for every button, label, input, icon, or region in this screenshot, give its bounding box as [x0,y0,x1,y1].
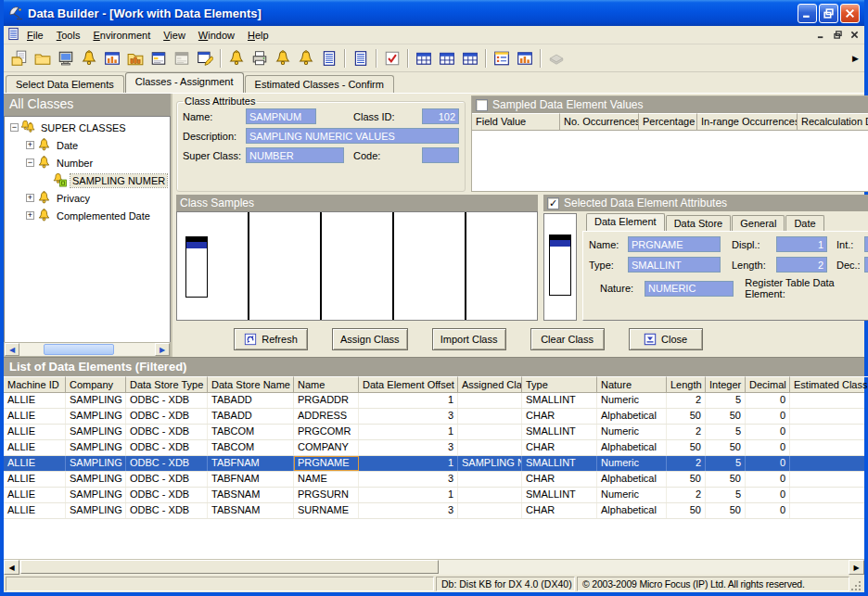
scroll-right-icon[interactable]: ▶ [849,560,864,575]
super-class-field[interactable]: NUMBER [246,147,344,163]
output-document-icon[interactable] [7,46,31,70]
tree-item[interactable]: −Number [5,154,170,171]
sampling-folder-icon[interactable] [123,46,147,70]
collapse-icon[interactable]: − [26,159,34,167]
collapse-icon[interactable]: − [10,123,19,132]
table-row[interactable]: ALLIESAMPLINGODBC - XDBTABSNAMPRGSURN1SM… [4,488,864,503]
table-row[interactable]: ALLIESAMPLINGODBC - XDBTABFNAMPRGNAME1SA… [4,456,864,472]
dec-field[interactable]: 0 [864,257,868,273]
tree-item[interactable]: +Date [5,136,170,154]
nature-field[interactable]: NUMERIC [645,281,734,297]
class-bell-icon[interactable] [77,46,100,70]
column-header-assigned-class[interactable]: Assigned Class [458,376,522,392]
class-links-icon[interactable] [271,46,294,70]
mdi-document-icon[interactable] [6,27,20,43]
scroll-right-icon[interactable]: ▶ [155,343,170,356]
expand-icon[interactable]: + [26,211,34,220]
displ-field[interactable]: 1 [776,236,827,252]
attr-tab-date[interactable]: Date [785,215,823,231]
menu-tools[interactable]: Tools [50,28,87,43]
minimize-button[interactable] [798,4,817,23]
print-class-icon[interactable] [248,46,271,70]
list-report-icon[interactable] [317,46,340,70]
int-field[interactable]: 5 [864,236,868,252]
class-restore-icon[interactable] [224,46,248,70]
grid-horizontal-scrollbar[interactable]: ◀ ▶ [4,559,864,575]
selected-attributes-checkbox[interactable]: ✓ [547,197,559,209]
restore-button[interactable] [819,4,838,23]
close-panel-button[interactable]: Close [629,328,703,350]
tab-select-data-elements[interactable]: Select Data Elements [6,75,124,93]
close-button[interactable] [840,4,860,23]
tree-horizontal-scrollbar[interactable]: ◀ ▶ [4,342,171,357]
class-sample-cell[interactable] [322,212,394,320]
scroll-thumb[interactable] [20,560,439,574]
toolbar-overflow-icon[interactable]: ▶ [852,54,861,63]
de-name-field[interactable]: PRGNAME [628,236,721,252]
class-tools-icon[interactable] [294,46,317,70]
class-name-field[interactable]: SAMPNUM [246,108,316,124]
tree-item[interactable]: SAMPLING NUMER [5,171,170,189]
open-folder-icon[interactable] [31,46,54,70]
resize-grip[interactable] [851,577,862,591]
attr-tab-general[interactable]: General [732,215,785,231]
menu-view[interactable]: View [157,28,192,43]
tree-item[interactable]: +Complemented Date [5,207,170,224]
column-header-integer[interactable]: Integer [706,376,746,392]
edit-window-icon[interactable] [193,46,216,70]
scroll-left-icon[interactable]: ◀ [5,343,19,356]
scroll-thumb[interactable] [44,344,114,355]
column-header[interactable]: In-range Occurrences [697,113,798,130]
column-header[interactable]: Recalculation Date [798,113,868,130]
sampled-values-checkbox[interactable] [476,99,488,111]
table-view-1-icon[interactable] [412,46,435,70]
table-row[interactable]: ALLIESAMPLINGODBC - XDBTABFNAMNAME3CHARA… [4,472,864,488]
menu-file[interactable]: File [20,28,50,43]
mdi-restore-button[interactable] [830,29,845,42]
import-class-button[interactable]: Import Class [432,328,506,350]
expand-icon[interactable]: + [26,194,34,202]
attr-tab-data-store[interactable]: Data Store [666,215,732,231]
column-header-estimated-class[interactable]: Estimated Class [790,376,868,392]
menu-environment[interactable]: Environment [86,28,157,43]
column-header-type[interactable]: Type [522,376,597,392]
class-sample-cell[interactable] [394,212,466,320]
column-header[interactable]: Percentage [639,113,697,130]
properties-list-icon[interactable] [490,46,513,70]
table-view-2-icon[interactable] [435,46,458,70]
mdi-minimize-button[interactable] [813,29,828,42]
notebook-icon[interactable] [349,46,372,70]
class-id-field[interactable]: 102 [422,108,459,124]
column-header[interactable]: Field Value [472,113,560,130]
column-header-data-store-type[interactable]: Data Store Type [126,376,208,392]
table-row[interactable]: ALLIESAMPLINGODBC - XDBTABADDPRGADDR1SMA… [4,393,864,409]
tree-item[interactable]: +Privacy [5,189,170,207]
expand-icon[interactable]: + [26,141,34,149]
confirm-view-icon[interactable] [380,46,403,70]
column-header-machine-id[interactable]: Machine ID [4,376,66,392]
column-header-nature[interactable]: Nature [597,376,667,392]
table-view-3-icon[interactable] [458,46,481,70]
class-sample-cell[interactable] [466,212,537,320]
assign-class-button[interactable]: Assign Class [332,328,408,350]
column-header-data-element-offset[interactable]: Data Element Offset [359,376,458,392]
column-header[interactable]: No. Occurrences [560,113,639,130]
class-sample-cell[interactable] [177,212,249,320]
code-field[interactable] [422,147,459,163]
scroll-left-icon[interactable]: ◀ [4,560,19,575]
menu-help[interactable]: Help [241,28,275,43]
table-row[interactable]: ALLIESAMPLINGODBC - XDBTABCOMPRGCOMR1SMA… [4,425,864,440]
workstation-icon[interactable] [54,46,77,70]
tab-estimated-classes-confirm[interactable]: Estimated Classes - Confirm [245,75,394,93]
length-field[interactable]: 2 [776,257,827,273]
grid-chart-icon[interactable] [513,46,536,70]
window-icon[interactable] [147,46,170,70]
column-header-decimal[interactable]: Decimal [746,376,790,392]
de-type-field[interactable]: SMALLINT [628,257,721,273]
clear-class-button[interactable]: Clear Class [530,328,605,350]
table-row[interactable]: ALLIESAMPLINGODBC - XDBTABADDADDRESS3CHA… [4,409,864,425]
column-header-length[interactable]: Length [667,376,706,392]
data-store-chart-icon[interactable] [100,46,123,70]
refresh-button[interactable]: Refresh [234,328,308,350]
table-row[interactable]: ALLIESAMPLINGODBC - XDBTABCOMCOMPANY3CHA… [4,440,864,456]
